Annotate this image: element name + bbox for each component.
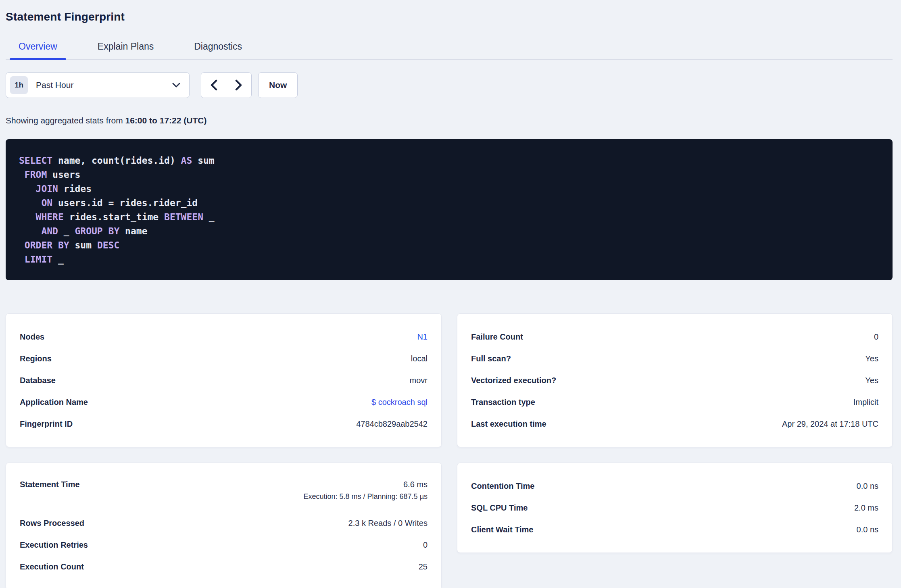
time-range-label: Past Hour [36, 80, 73, 90]
sql-keyword-token: AND [41, 226, 58, 236]
time-range-select[interactable]: 1h Past Hour [6, 72, 190, 98]
transaction-type-value: Implicit [853, 398, 878, 407]
page-title: Statement Fingerprint [6, 10, 893, 23]
statement-time-breakdown: Execution: 5.8 ms / Planning: 687.5 µs [303, 492, 428, 501]
sql-text-token: sum [69, 240, 97, 250]
sql-line: JOIN rides [19, 182, 880, 196]
last-execution-time-value: Apr 29, 2024 at 17:18 UTC [782, 419, 878, 429]
aggregated-stats-prefix: Showing aggregated stats from [6, 116, 125, 125]
sql-keyword-token: FROM [25, 169, 47, 180]
client-wait-time-value: 0.0 ns [857, 525, 878, 534]
transaction-type-label: Transaction type [471, 398, 535, 407]
sql-line: AND _ GROUP BY name [19, 224, 880, 238]
sql-keyword-token: BETWEEN [164, 212, 203, 222]
sql-text-token [19, 212, 36, 222]
row-nodes: Nodes N1 [20, 326, 428, 348]
sql-text-token: users.id = rides.rider_id [52, 198, 198, 208]
aggregated-stats-range: 16:00 to 17:22 (UTC) [125, 116, 207, 125]
database-label: Database [20, 376, 56, 385]
aggregated-stats-text: Showing aggregated stats from 16:00 to 1… [6, 116, 893, 125]
sql-text-token [19, 254, 25, 265]
execution-count-value: 25 [419, 562, 428, 571]
sql-line: FROM users [19, 168, 880, 182]
statement-time-card: Statement Time 6.6 ms Execution: 5.8 ms … [6, 463, 442, 588]
failure-count-label: Failure Count [471, 332, 523, 342]
stats-cards: Nodes N1 Regions local Database movr App… [6, 313, 893, 588]
fingerprint-id-value: 4784cb829aab2542 [356, 419, 428, 429]
chevron-left-icon [210, 79, 217, 91]
vectorized-execution-label: Vectorized execution? [471, 376, 556, 385]
row-contention-time: Contention Time 0.0 ns [471, 475, 878, 497]
sql-text-token: _ [52, 254, 64, 265]
sql-text-token [19, 226, 41, 236]
row-client-wait-time: Client Wait Time 0.0 ns [471, 519, 878, 540]
sql-cpu-time-value: 2.0 ms [854, 503, 878, 513]
chevron-right-icon [235, 79, 242, 91]
database-value: movr [410, 376, 428, 385]
sql-text-token: _ [203, 212, 215, 222]
prev-time-button[interactable] [201, 73, 226, 98]
rows-processed-value: 2.3 k Reads / 0 Writes [348, 519, 428, 528]
full-scan-label: Full scan? [471, 354, 511, 363]
row-fingerprint-id: Fingerprint ID 4784cb829aab2542 [20, 413, 428, 435]
row-execution-count: Execution Count 25 [20, 556, 428, 578]
sql-line: LIMIT _ [19, 252, 880, 267]
row-transaction-type: Transaction type Implicit [471, 391, 878, 413]
sql-keyword-token: JOIN [36, 183, 58, 194]
row-regions: Regions local [20, 348, 428, 369]
now-button[interactable]: Now [258, 72, 298, 98]
time-step-group [201, 72, 252, 98]
row-last-execution-time: Last execution time Apr 29, 2024 at 17:1… [471, 413, 878, 435]
sql-text-token: rides.start_time [64, 212, 164, 222]
failure-count-value: 0 [874, 332, 878, 342]
statement-fingerprint-page: Statement Fingerprint Overview Explain P… [0, 0, 901, 588]
execution-attributes-card: Failure Count 0 Full scan? Yes Vectorize… [457, 313, 893, 447]
sql-line: ON users.id = rides.rider_id [19, 196, 880, 210]
regions-value: local [411, 354, 428, 363]
row-sql-cpu-time: SQL CPU Time 2.0 ms [471, 497, 878, 519]
sql-keyword-token: WHERE [36, 212, 64, 222]
statement-time-label: Statement Time [20, 480, 80, 489]
regions-label: Regions [20, 354, 52, 363]
sql-text-token: users [47, 169, 80, 180]
time-range-badge: 1h [10, 76, 28, 94]
sql-keyword-token: DESC [97, 240, 119, 250]
vectorized-execution-value: Yes [865, 376, 878, 385]
sql-text-token [19, 183, 36, 194]
nodes-value-link[interactable]: N1 [417, 332, 428, 342]
sql-text-token [19, 198, 41, 208]
statement-details-card: Nodes N1 Regions local Database movr App… [6, 313, 442, 447]
sql-text-token: name [119, 226, 147, 236]
application-name-label: Application Name [20, 398, 88, 407]
row-vectorized-execution: Vectorized execution? Yes [471, 369, 878, 391]
row-full-scan: Full scan? Yes [471, 348, 878, 369]
sql-line: ORDER BY sum DESC [19, 238, 880, 252]
sql-text-token: sum [192, 155, 214, 166]
statement-time-value-stack: 6.6 ms Execution: 5.8 ms / Planning: 687… [303, 480, 428, 501]
sql-keyword-token: ORDER BY [25, 240, 69, 250]
execution-count-label: Execution Count [20, 562, 84, 571]
tab-overview[interactable]: Overview [10, 41, 66, 59]
row-execution-retries: Execution Retries 0 [20, 534, 428, 556]
row-failure-count: Failure Count 0 [471, 326, 878, 348]
nodes-label: Nodes [20, 332, 44, 342]
row-rows-processed: Rows Processed 2.3 k Reads / 0 Writes [20, 512, 428, 534]
sql-keyword-token: LIMIT [25, 254, 52, 265]
tab-explain-plans[interactable]: Explain Plans [89, 41, 163, 59]
contention-time-value: 0.0 ns [857, 482, 878, 491]
row-application-name: Application Name $ cockroach sql [20, 391, 428, 413]
sql-line: SELECT name, count(rides.id) AS sum [19, 154, 880, 168]
row-database: Database movr [20, 369, 428, 391]
tab-diagnostics[interactable]: Diagnostics [185, 41, 251, 59]
sql-statement-box: SELECT name, count(rides.id) AS sum FROM… [6, 139, 893, 280]
wait-time-card: Contention Time 0.0 ns SQL CPU Time 2.0 … [457, 463, 893, 553]
sql-text-token [19, 240, 25, 250]
sql-text-token: rides [58, 183, 92, 194]
sql-keyword-token: ON [41, 198, 52, 208]
sql-keyword-token: AS [181, 155, 192, 166]
rows-processed-label: Rows Processed [20, 519, 84, 528]
full-scan-value: Yes [865, 354, 878, 363]
next-time-button[interactable] [226, 73, 251, 98]
application-name-value-link[interactable]: $ cockroach sql [371, 398, 428, 407]
row-statement-time: Statement Time 6.6 ms Execution: 5.8 ms … [20, 475, 428, 512]
